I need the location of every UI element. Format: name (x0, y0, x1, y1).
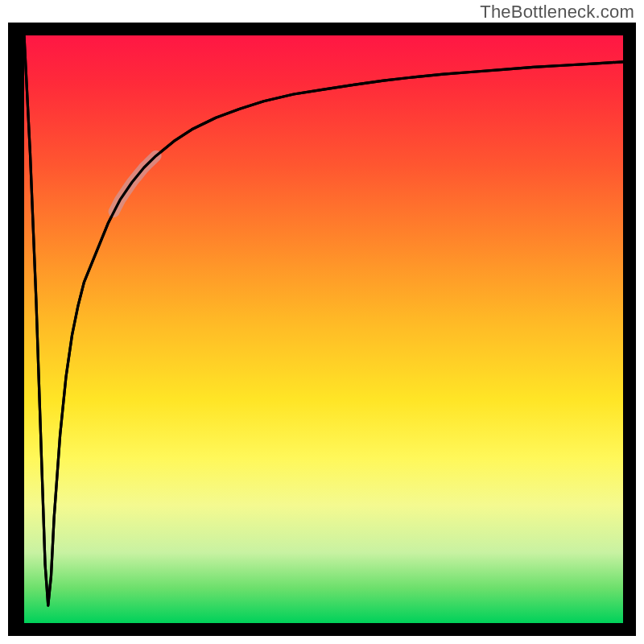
bottleneck-curve (24, 35, 623, 605)
chart-root: TheBottleneck.com (0, 0, 644, 644)
attribution-label: TheBottleneck.com (480, 2, 634, 23)
curve-highlight-segment (114, 156, 156, 212)
plot-frame (8, 23, 636, 636)
bottleneck-curve-overlay (24, 35, 623, 605)
curve-svg (24, 35, 623, 623)
plot-area (24, 35, 623, 623)
